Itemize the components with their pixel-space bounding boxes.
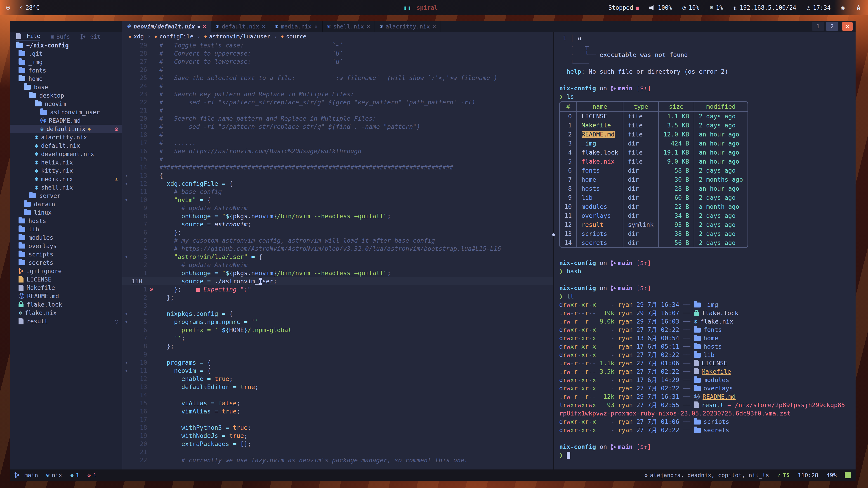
tabline-close-button[interactable]: ×: [842, 22, 853, 31]
close-tab-icon[interactable]: ×: [203, 23, 206, 30]
code-line[interactable]: 21 #: [122, 106, 553, 114]
tree-item[interactable]: ❄flake.nix: [10, 308, 122, 317]
code-line[interactable]: 26 #: [122, 66, 553, 74]
code-line[interactable]: ▾10 programs = {: [122, 358, 553, 366]
code-line[interactable]: 8 onChange = "${pkgs.neovim}/bin/nvim --…: [122, 212, 553, 220]
tree-item[interactable]: lib: [10, 225, 122, 233]
fold-indicator[interactable]: ▾: [122, 311, 130, 317]
tree-item[interactable]: ❄development.nix: [10, 150, 122, 158]
explorer-tab-file[interactable]: File: [16, 33, 40, 40]
tree-item[interactable]: Makefile: [10, 284, 122, 292]
code-line[interactable]: 14 #####################################…: [122, 163, 553, 171]
code-line[interactable]: 29 # Toggle text's case: `~`: [122, 41, 553, 49]
code-line[interactable]: 2 # update AstroNvim: [122, 261, 553, 269]
breadcrumb-item[interactable]: ◆source: [281, 33, 306, 40]
fold-indicator[interactable]: ▾: [122, 319, 130, 325]
tabpage-2[interactable]: 2: [826, 22, 838, 31]
tree-item[interactable]: flake.lock: [10, 300, 122, 308]
code-line[interactable]: 16 vimAlias = true;: [122, 407, 553, 415]
close-tab-icon[interactable]: ×: [314, 23, 318, 30]
code-line[interactable]: 8 };: [122, 342, 553, 350]
network-indicator[interactable]: ⇅ 192.168.5.100/24: [734, 4, 796, 11]
code-line[interactable]: 6 prefix = ''${HOME}/.npm-global: [122, 326, 553, 334]
tree-item[interactable]: ⓂREADME.md: [10, 292, 122, 300]
code-line[interactable]: ▾10 "nvim" = {: [122, 196, 553, 204]
code-line[interactable]: 3: [122, 301, 553, 310]
code-line[interactable]: ▾4 nixpkgs.config = {: [122, 310, 553, 318]
code-line[interactable]: 9: [122, 350, 553, 358]
tree-item[interactable]: ❄helix.nix: [10, 158, 122, 166]
code-line[interactable]: 27 # Convert to lowercase: `u`: [122, 57, 553, 66]
cpu-indicator[interactable]: ◔ 10%: [682, 4, 700, 11]
code-line[interactable]: 7 '';: [122, 334, 553, 342]
code-line[interactable]: 19 withNodeJs = true;: [122, 431, 553, 440]
explorer-tab-git[interactable]: Git: [81, 33, 101, 40]
keyboard-layout-indicator[interactable]: A: [855, 4, 862, 11]
fold-indicator[interactable]: ▾: [122, 254, 130, 260]
fold-indicator[interactable]: ▾: [122, 360, 130, 365]
tree-item[interactable]: astronvim_user: [10, 108, 122, 116]
power-icon[interactable]: ◉: [841, 4, 845, 11]
brightness-indicator[interactable]: ☀ 1%: [710, 4, 723, 11]
fold-indicator[interactable]: ▾: [122, 173, 130, 178]
tree-item[interactable]: linux: [10, 208, 122, 217]
tree-item[interactable]: overlays: [10, 242, 122, 250]
tree-item[interactable]: _img: [10, 58, 122, 66]
fold-indicator[interactable]: ▾: [122, 181, 130, 186]
code-line[interactable]: ▾11 neovim = {: [122, 366, 553, 375]
code-line[interactable]: 25 # Save the selected text to a file: `…: [122, 74, 553, 82]
code-line[interactable]: 20 extraPackages = [];: [122, 440, 553, 448]
tree-item[interactable]: darwin: [10, 200, 122, 208]
buffer-tab[interactable]: ❄alacritty.nix×: [375, 21, 441, 32]
breadcrumb-item[interactable]: ◆configFile: [154, 33, 193, 40]
fold-indicator[interactable]: ▾: [122, 368, 130, 373]
player-status[interactable]: Stopped ■: [609, 4, 639, 11]
code-line[interactable]: 9 # update AstroNvim: [122, 204, 553, 212]
volume-indicator[interactable]: 100%: [649, 4, 672, 11]
tree-item[interactable]: server: [10, 192, 122, 200]
code-line[interactable]: 1 onChange = "${pkgs.neovim}/bin/nvim --…: [122, 269, 553, 277]
code-line[interactable]: 5 # my cusotom astronvim config, astronv…: [122, 236, 553, 245]
tree-item[interactable]: ❄alacritty.nix: [10, 133, 122, 141]
code-line[interactable]: 12 enable = true;: [122, 375, 553, 383]
code-line[interactable]: 110 source = ./astronvim_user;: [122, 277, 553, 285]
code-area[interactable]: 29 # Toggle text's case: `~` 28 # Conver…: [122, 41, 553, 469]
code-line[interactable]: 6 };: [122, 228, 553, 236]
tree-item[interactable]: ❄kitty.nix: [10, 166, 122, 175]
code-line[interactable]: ▾13 {: [122, 171, 553, 180]
buffer-tab[interactable]: ❄neovim/default.nix●×: [122, 21, 211, 32]
git-branch-status[interactable]: main: [14, 472, 38, 479]
pause-icon[interactable]: ▮▮: [404, 4, 412, 11]
code-line[interactable]: 23 # Search key pattern and Replace in M…: [122, 90, 553, 98]
close-tab-icon[interactable]: ×: [262, 23, 266, 30]
code-line[interactable]: 14: [122, 391, 553, 399]
buffer-tab[interactable]: ❄media.nix×: [270, 21, 323, 32]
code-line[interactable]: 19 # sed -ri "s/pattern_str/replace_str/…: [122, 123, 553, 131]
fold-indicator[interactable]: ▾: [122, 197, 130, 203]
code-line[interactable]: 15 #: [122, 155, 553, 163]
tree-item[interactable]: ❄media.nix⚠: [10, 175, 122, 183]
tree-item[interactable]: LICENSE: [10, 275, 122, 284]
breadcrumb-item[interactable]: ◆astronvim/lua/user: [204, 33, 270, 40]
tree-item[interactable]: modules: [10, 233, 122, 242]
code-line[interactable]: 24 #: [122, 82, 553, 90]
close-tab-icon[interactable]: ×: [367, 23, 370, 30]
tree-item[interactable]: neovim: [10, 100, 122, 108]
tree-item[interactable]: desktop: [10, 91, 122, 100]
tree-item[interactable]: base: [10, 83, 122, 91]
code-line[interactable]: ▾5 programs.npm.npmrc = '': [122, 318, 553, 326]
terminal-pane[interactable]: 1 │ a · ┬ · ╰── executable was not found…: [554, 32, 856, 469]
code-line[interactable]: 18 #: [122, 131, 553, 139]
code-line[interactable]: 15 viAlias = false;: [122, 399, 553, 407]
buffer-tab[interactable]: ❄default.nix×: [211, 21, 271, 32]
code-line[interactable]: 18 withPython3 = true;: [122, 423, 553, 431]
code-line[interactable]: 11 # base config: [122, 188, 553, 196]
tree-item[interactable]: scripts: [10, 250, 122, 258]
code-line[interactable]: ▾12 xdg.configFile = {: [122, 180, 553, 188]
close-tab-icon[interactable]: ×: [433, 23, 436, 30]
code-line[interactable]: 1⊗ }; ■ Expecting ";": [122, 285, 553, 293]
code-line[interactable]: 4 # https://github.com/AstroNvim/AstroNv…: [122, 245, 553, 253]
code-line[interactable]: 22 # sed -ri "s/pattern_str/replace_str/…: [122, 98, 553, 106]
tree-item[interactable]: ⓂREADME.md: [10, 116, 122, 125]
code-line[interactable]: 17: [122, 415, 553, 423]
